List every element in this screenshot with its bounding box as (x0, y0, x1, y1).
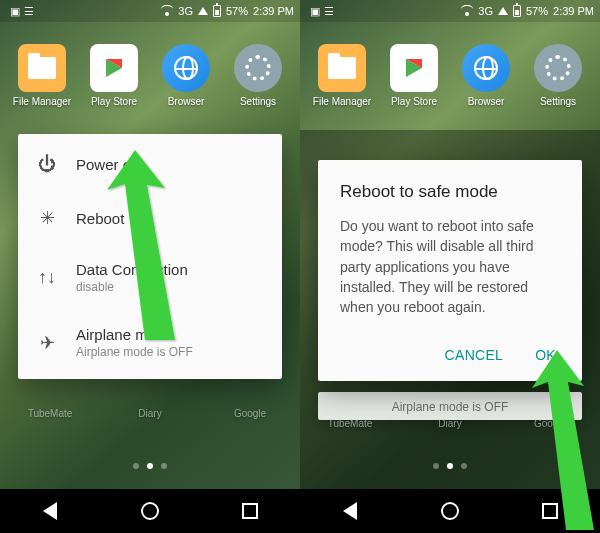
app-settings[interactable]: Settings (526, 44, 590, 107)
globe-icon (162, 44, 210, 92)
battery-icon (513, 5, 521, 17)
app-browser[interactable]: Browser (154, 44, 218, 107)
gear-icon (534, 44, 582, 92)
nav-bar (0, 489, 300, 533)
back-button[interactable] (339, 500, 361, 522)
app-file-manager[interactable]: File Manager (310, 44, 374, 107)
app-label: File Manager (10, 96, 74, 107)
item-title: Power off (76, 156, 264, 173)
recents-button[interactable] (539, 500, 561, 522)
notification-icon: ▣ (310, 5, 320, 18)
app-label: TubeMate (18, 408, 82, 419)
play-store-icon (390, 44, 438, 92)
app-label: Play Store (382, 96, 446, 107)
app-label: Play Store (82, 96, 146, 107)
signal-icon (498, 7, 508, 15)
nav-bar (300, 489, 600, 533)
app-label: Browser (154, 96, 218, 107)
home-button[interactable] (139, 500, 161, 522)
app-label: Google (518, 418, 582, 429)
folder-icon (318, 44, 366, 92)
item-subtitle: disable (76, 280, 264, 294)
wifi-icon (461, 6, 473, 16)
reboot-icon: ✳ (36, 207, 58, 229)
battery-pct: 57% (226, 5, 248, 17)
power-menu: ⏻ Power off ✳ Reboot ↑↓ Data Connection … (18, 134, 282, 379)
airplane-mode-item[interactable]: ✈ Airplane mode Airplane mode is OFF (18, 310, 282, 375)
back-button[interactable] (39, 500, 61, 522)
item-title: Data Connection (76, 261, 264, 278)
bg-app-row: TubeMate Diary Google (0, 408, 300, 419)
dialog-body: Do you want to reboot into safe mode? Th… (340, 216, 560, 317)
ok-button[interactable]: OK (531, 339, 560, 371)
app-label: Settings (526, 96, 590, 107)
app-label: File Manager (310, 96, 374, 107)
power-icon: ⏻ (36, 154, 58, 175)
app-label: TubeMate (318, 418, 382, 429)
safe-mode-dialog: Reboot to safe mode Do you want to reboo… (318, 160, 582, 381)
bg-app-row: TubeMate Diary Google (300, 418, 600, 429)
item-subtitle: Airplane mode is OFF (76, 345, 264, 359)
app-play-store[interactable]: Play Store (382, 44, 446, 107)
notification-icon: ▣ (10, 5, 20, 18)
app-row: File Manager Play Store Browser Settings (300, 44, 600, 107)
phone-left: ▣ ☰ 3G 57% 2:39 PM File Manager Play Sto… (0, 0, 300, 533)
airplane-icon: ✈ (36, 332, 58, 354)
battery-icon (213, 5, 221, 17)
item-title: Airplane mode (76, 326, 264, 343)
item-title: Reboot (76, 210, 264, 227)
app-label: Diary (418, 418, 482, 429)
app-label: Diary (118, 408, 182, 419)
app-play-store[interactable]: Play Store (82, 44, 146, 107)
power-menu-peek: Airplane mode is OFF (318, 392, 582, 420)
app-file-manager[interactable]: File Manager (10, 44, 74, 107)
power-off-item[interactable]: ⏻ Power off (18, 138, 282, 191)
wifi-icon (161, 6, 173, 16)
gear-icon (234, 44, 282, 92)
notification-icon: ☰ (324, 5, 334, 18)
app-label: Browser (454, 96, 518, 107)
app-browser[interactable]: Browser (454, 44, 518, 107)
folder-icon (18, 44, 66, 92)
status-bar: ▣ ☰ 3G 57% 2:39 PM (0, 0, 300, 22)
app-label: Settings (226, 96, 290, 107)
data-connection-item[interactable]: ↑↓ Data Connection disable (18, 245, 282, 310)
play-store-icon (90, 44, 138, 92)
status-bar: ▣ ☰ 3G 57% 2:39 PM (300, 0, 600, 22)
network-label: 3G (478, 5, 493, 17)
recents-button[interactable] (239, 500, 261, 522)
data-icon: ↑↓ (36, 267, 58, 288)
network-label: 3G (178, 5, 193, 17)
app-settings[interactable]: Settings (226, 44, 290, 107)
reboot-item[interactable]: ✳ Reboot (18, 191, 282, 245)
app-row: File Manager Play Store Browser Settings (0, 44, 300, 107)
page-indicator (0, 463, 300, 469)
clock: 2:39 PM (253, 5, 294, 17)
globe-icon (462, 44, 510, 92)
clock: 2:39 PM (553, 5, 594, 17)
battery-pct: 57% (526, 5, 548, 17)
signal-icon (198, 7, 208, 15)
page-indicator (300, 463, 600, 469)
app-label: Google (218, 408, 282, 419)
notification-icon: ☰ (24, 5, 34, 18)
dialog-title: Reboot to safe mode (340, 182, 560, 202)
cancel-button[interactable]: CANCEL (441, 339, 508, 371)
home-button[interactable] (439, 500, 461, 522)
phone-right: ▣ ☰ 3G 57% 2:39 PM File Manager Play Sto… (300, 0, 600, 533)
